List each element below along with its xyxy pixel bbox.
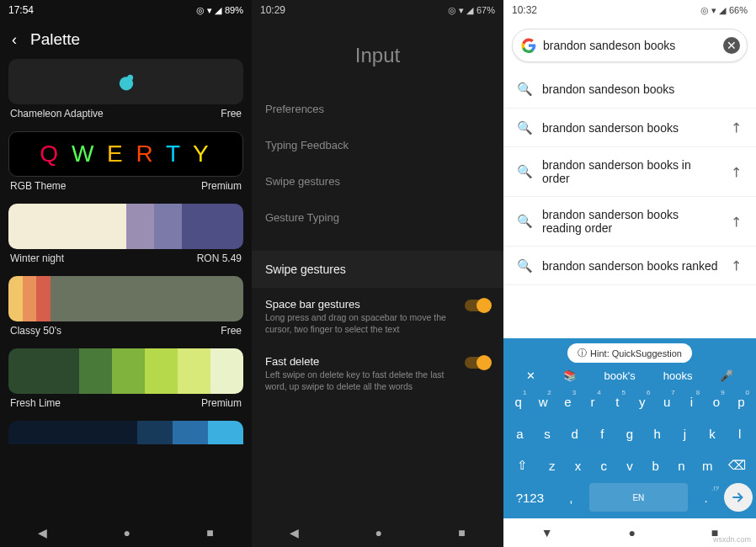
key-k[interactable]: k xyxy=(700,419,726,448)
nav-home-icon[interactable]: ● xyxy=(628,526,635,539)
search-icon: 🔍 xyxy=(517,82,530,97)
suggestion-list: 🔍 brandon sandeson books 🔍 brandon sande… xyxy=(503,71,756,338)
toggle-desc: Left swipe on delete key to fast delete … xyxy=(265,369,456,392)
key-u[interactable]: u7 xyxy=(655,387,678,416)
key-p[interactable]: p0 xyxy=(730,387,753,416)
menu-swipe-gestures[interactable]: Swipe gestures xyxy=(252,163,503,199)
menu-preferences[interactable]: Preferences xyxy=(252,91,503,127)
key-c[interactable]: c xyxy=(592,451,616,480)
insert-arrow-icon[interactable]: ↗ xyxy=(727,256,747,275)
insert-arrow-icon[interactable]: ↗ xyxy=(727,162,747,182)
space-key[interactable]: EN xyxy=(589,483,688,512)
key-q[interactable]: q1 xyxy=(507,387,530,416)
status-time: 17:54 xyxy=(8,4,34,16)
theme-lime[interactable]: Fresh LimePremium xyxy=(8,348,243,409)
nav-hide-keyboard-icon[interactable]: ▼ xyxy=(541,526,553,539)
comma-key[interactable]: , xyxy=(555,483,588,512)
key-o[interactable]: o9 xyxy=(705,387,727,416)
palette-screen: 17:54 ◎ ▾ ◢ 89% ‹ Palette Chameleon Adap… xyxy=(0,0,252,547)
back-icon[interactable]: ‹ xyxy=(12,31,17,49)
nav-back-icon[interactable]: ◀ xyxy=(38,526,47,539)
nav-bar: ◀ ● ■ xyxy=(0,518,252,547)
key-d[interactable]: d xyxy=(562,419,588,448)
status-time: 10:29 xyxy=(260,4,285,16)
key-z[interactable]: z xyxy=(540,451,564,480)
go-key[interactable] xyxy=(724,483,753,512)
theme-rgb[interactable]: Q W E R T Y RGB ThemePremium xyxy=(8,131,243,192)
toggle-switch[interactable] xyxy=(465,300,490,311)
shift-key[interactable]: ⇧ xyxy=(507,451,538,480)
status-bar: 10:32 ◎ ▾ ◢ 66% xyxy=(503,0,756,20)
search-input[interactable]: brandon sandeson books xyxy=(543,39,716,52)
clear-icon[interactable]: ✕ xyxy=(723,37,740,54)
status-bar: 10:29 ◎ ▾ ◢ 67% xyxy=(252,0,503,20)
suggestion-text: brandon sanderson books in order xyxy=(542,158,720,185)
theme-preview xyxy=(8,59,243,104)
toggle-spacebar-gestures[interactable]: Space bar gestures Long press and drag o… xyxy=(252,288,503,345)
nav-home-icon[interactable]: ● xyxy=(375,526,382,539)
google-icon xyxy=(521,38,536,53)
status-icons: ◎ ▾ ◢ 66% xyxy=(700,5,748,16)
key-h[interactable]: h xyxy=(644,419,670,448)
menu-typing-feedback[interactable]: Typing Feedback xyxy=(252,127,503,163)
toggle-fast-delete[interactable]: Fast delete Left swipe on delete key to … xyxy=(252,345,503,402)
key-s[interactable]: s xyxy=(535,419,561,448)
theme-classy[interactable]: Classy 50'sFree xyxy=(8,276,243,337)
insert-arrow-icon[interactable]: ↗ xyxy=(727,212,747,231)
kb-suggestion[interactable]: hooks xyxy=(663,369,693,382)
suggestion-item[interactable]: 🔍 brandon sanderson books in order ↗ xyxy=(503,147,756,197)
key-v[interactable]: v xyxy=(618,451,642,480)
close-icon[interactable]: ✕ xyxy=(526,369,535,382)
theme-list[interactable]: Chameleon AdaptiveFree Q W E R T Y RGB T… xyxy=(0,59,252,518)
status-bar: 17:54 ◎ ▾ ◢ 89% xyxy=(0,0,252,20)
suggestion-text: brandon sanderson books ranked xyxy=(542,259,720,273)
page-title: Palette xyxy=(30,30,80,49)
key-r[interactable]: r4 xyxy=(581,387,604,416)
symbols-key[interactable]: ?123 xyxy=(507,483,553,512)
key-a[interactable]: a xyxy=(507,419,533,448)
kb-suggestion[interactable]: book's xyxy=(604,369,636,382)
key-t[interactable]: t5 xyxy=(606,387,629,416)
suggestion-item[interactable]: 🔍 brandon sanderson books reading order … xyxy=(503,197,756,247)
nav-recent-icon[interactable]: ■ xyxy=(206,526,213,539)
mic-icon[interactable]: 🎤 xyxy=(720,369,733,382)
toggle-title: Fast delete xyxy=(265,355,456,368)
key-y[interactable]: y6 xyxy=(631,387,653,416)
key-f[interactable]: f xyxy=(589,419,615,448)
search-bar[interactable]: brandon sandeson books ✕ xyxy=(512,29,748,62)
key-i[interactable]: i8 xyxy=(680,387,703,416)
suggestion-item[interactable]: 🔍 brandon sanderson books ranked ↗ xyxy=(503,247,756,285)
toggle-switch[interactable] xyxy=(465,357,490,369)
insert-arrow-icon[interactable]: ↗ xyxy=(727,118,747,137)
key-m[interactable]: m xyxy=(695,451,720,480)
key-b[interactable]: b xyxy=(643,451,668,480)
chameleon-icon xyxy=(114,70,138,93)
theme-partial[interactable] xyxy=(8,421,243,444)
key-j[interactable]: j xyxy=(672,419,698,448)
toggle-title: Space bar gestures xyxy=(265,298,456,311)
suggestion-item[interactable]: 🔍 brandon sanderson books ↗ xyxy=(503,109,756,147)
key-x[interactable]: x xyxy=(566,451,590,480)
status-icons: ◎ ▾ ◢ 89% xyxy=(196,5,243,16)
nav-recent-icon[interactable]: ■ xyxy=(458,526,465,539)
keyboard-suggestions: ✕ 📚 book's hooks 🎤 xyxy=(507,368,753,387)
key-l[interactable]: l xyxy=(727,419,753,448)
nav-back-icon[interactable]: ◀ xyxy=(290,526,299,539)
key-w[interactable]: w2 xyxy=(531,387,554,416)
suggestion-text: brandon sanderson books reading order xyxy=(542,208,720,235)
backspace-key[interactable]: ⌫ xyxy=(721,451,753,480)
input-settings-screen: 10:29 ◎ ▾ ◢ 67% Input Preferences Typing… xyxy=(252,0,503,547)
key-n[interactable]: n xyxy=(669,451,694,480)
key-e[interactable]: e3 xyxy=(556,387,579,416)
toggle-desc: Long press and drag on spacebar to move … xyxy=(265,312,456,335)
keyboard[interactable]: ⓘHint: QuickSuggestion ✕ 📚 book's hooks … xyxy=(503,338,756,518)
theme-winter[interactable]: Winter nightRON 5.49 xyxy=(8,204,243,264)
suggestion-item[interactable]: 🔍 brandon sandeson books xyxy=(503,71,756,109)
key-g[interactable]: g xyxy=(617,419,643,448)
menu-gesture-typing[interactable]: Gesture Typing xyxy=(252,199,503,236)
nav-home-icon[interactable]: ● xyxy=(124,526,130,539)
nav-bar: ◀ ● ■ xyxy=(252,518,503,547)
period-key[interactable]: .!?. xyxy=(689,483,722,512)
emoji-icon[interactable]: 📚 xyxy=(563,369,577,382)
theme-chameleon[interactable]: Chameleon AdaptiveFree xyxy=(8,59,243,119)
